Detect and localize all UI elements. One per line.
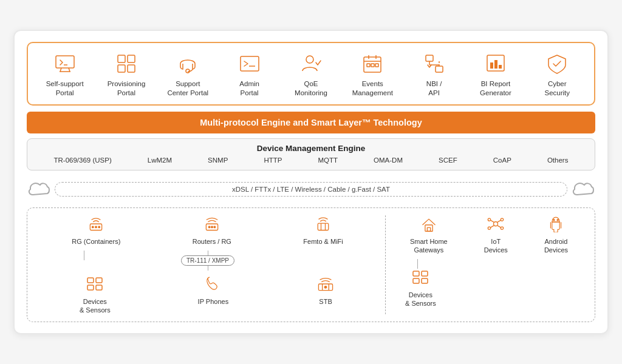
- network-section: xDSL / FTTx / LTE / Wireless / Cable / g…: [27, 178, 595, 201]
- svg-point-33: [98, 226, 100, 228]
- svg-rect-7: [118, 65, 125, 72]
- person-check-icon: [298, 52, 324, 76]
- protocol-lwm2m: LwM2M: [148, 157, 172, 164]
- svg-rect-0: [56, 56, 74, 68]
- device-rg-containers: RG (Containers): [72, 215, 120, 246]
- left-devices-panel: RG (Containers) Routers: [36, 215, 386, 315]
- svg-point-36: [211, 226, 213, 228]
- left-devices-bottom-row: Devices& Sensors IP Phones: [36, 272, 379, 315]
- svg-point-51: [494, 221, 498, 226]
- portal-support-center-label: SupportCenter Portal: [167, 79, 208, 98]
- svg-rect-8: [128, 65, 135, 72]
- svg-rect-42: [96, 278, 102, 283]
- svg-point-32: [95, 226, 97, 228]
- portal-events: EventsManagement: [344, 52, 402, 98]
- svg-rect-28: [494, 60, 497, 69]
- svg-rect-43: [87, 285, 94, 290]
- portals-row: Self-support Portal Provisioning Portal …: [27, 42, 595, 106]
- protocol-snmp: SNMP: [208, 157, 228, 164]
- rg-containers-label: RG (Containers): [72, 237, 120, 246]
- femto-icon: [313, 215, 333, 235]
- svg-rect-41: [87, 278, 94, 283]
- shield-check-icon: [544, 52, 570, 76]
- device-android: AndroidDevices: [544, 215, 568, 255]
- main-diagram: Self-support Portal Provisioning Portal …: [13, 30, 609, 335]
- svg-line-2: [69, 68, 70, 72]
- femto-mifi-label: Femto & MiFi: [303, 237, 343, 246]
- portal-nbi-label: NBI /API: [426, 79, 442, 98]
- svg-point-54: [488, 226, 491, 229]
- terminal-icon: [236, 52, 263, 76]
- portal-provisioning: Provisioning Portal: [97, 52, 155, 98]
- devices-sensors-left-label: Devices& Sensors: [80, 297, 111, 315]
- protocol-scef: SCEF: [439, 157, 457, 164]
- protocol-tr069: TR-069/369 (USP): [54, 157, 112, 164]
- router-icon: [202, 215, 222, 235]
- ip-phones-label: IP Phones: [198, 297, 229, 306]
- svg-point-53: [501, 218, 504, 220]
- portal-bi-report: BI ReportGenerator: [466, 52, 524, 98]
- portal-cyber-security: CyberSecurity: [528, 52, 586, 98]
- svg-rect-64: [413, 271, 419, 276]
- dme-title: Device Management Engine: [36, 144, 586, 153]
- protocol-mqtt: MQTT: [318, 157, 338, 164]
- svg-rect-49: [425, 224, 432, 231]
- svg-point-9: [186, 69, 190, 73]
- device-smart-home: Smart HomeGateways: [410, 215, 448, 255]
- svg-point-35: [208, 226, 210, 228]
- svg-rect-65: [422, 271, 428, 276]
- tr-badge: TR-111 / XMPP: [181, 255, 234, 266]
- cloud-right-icon: [571, 178, 595, 201]
- device-devices-sensors-left: Devices& Sensors: [80, 275, 111, 315]
- svg-point-62: [553, 219, 555, 220]
- device-ip-phones: IP Phones: [198, 275, 229, 306]
- android-label: AndroidDevices: [544, 237, 568, 255]
- rg-icon: [86, 215, 106, 235]
- svg-rect-6: [128, 55, 135, 62]
- protocol-coap: CoAP: [493, 157, 511, 164]
- center-connection: TR-111 / XMPP: [181, 251, 234, 271]
- portal-support-center: SupportCenter Portal: [159, 52, 217, 98]
- portal-nbi: NBI /API: [405, 52, 463, 98]
- device-devices-sensors-right: Devices& Sensors: [405, 269, 436, 308]
- iot-label: IoTDevices: [484, 237, 508, 255]
- bar-chart-icon: [482, 52, 509, 76]
- iot-icon: [486, 215, 505, 235]
- left-connectors: TR-111 / XMPP: [36, 249, 379, 272]
- portal-self-support: Self-support Portal: [36, 52, 94, 98]
- svg-rect-67: [422, 278, 428, 283]
- svg-line-1: [60, 68, 61, 72]
- devices-sensors-right-label: Devices& Sensors: [405, 291, 436, 308]
- dme-protocols: TR-069/369 (USP) LwM2M SNMP HTTP MQTT OM…: [36, 157, 586, 164]
- phone-icon: [203, 275, 223, 295]
- svg-point-31: [92, 226, 94, 228]
- device-iot: IoTDevices: [484, 215, 508, 255]
- right-devices-top-row: Smart HomeGateways: [392, 215, 586, 258]
- stb-icon: [316, 275, 335, 295]
- svg-rect-22: [436, 66, 443, 72]
- device-femto-mifi: Femto & MiFi: [303, 215, 343, 246]
- svg-rect-18: [367, 64, 370, 67]
- device-stb: STB: [316, 275, 335, 306]
- portal-admin-label: AdminPortal: [239, 79, 259, 98]
- svg-point-52: [488, 218, 491, 220]
- multiprotocol-banner: Multi-protocol Engine and Smart Layer™ T…: [27, 112, 595, 133]
- svg-rect-20: [375, 64, 378, 67]
- protocol-http: HTTP: [264, 157, 282, 164]
- svg-point-48: [324, 286, 327, 288]
- left-devices-top-row: RG (Containers) Routers: [36, 215, 379, 249]
- svg-rect-27: [490, 62, 493, 69]
- routers-rg-label: Routers / RG: [193, 237, 231, 246]
- protocol-others: Others: [547, 157, 569, 164]
- cloud-left-icon: [27, 178, 51, 201]
- svg-rect-50: [427, 228, 430, 231]
- portal-events-label: EventsManagement: [352, 79, 393, 98]
- svg-point-37: [214, 226, 216, 228]
- android-icon: [546, 215, 566, 235]
- devices-sensors-left-icon: [85, 275, 104, 295]
- devices-section: RG (Containers) Routers: [27, 207, 595, 323]
- portal-provisioning-label: Provisioning Portal: [97, 79, 155, 98]
- svg-rect-5: [118, 55, 125, 62]
- portal-qoe: QoEMonitoring: [282, 52, 340, 98]
- svg-rect-19: [371, 64, 374, 67]
